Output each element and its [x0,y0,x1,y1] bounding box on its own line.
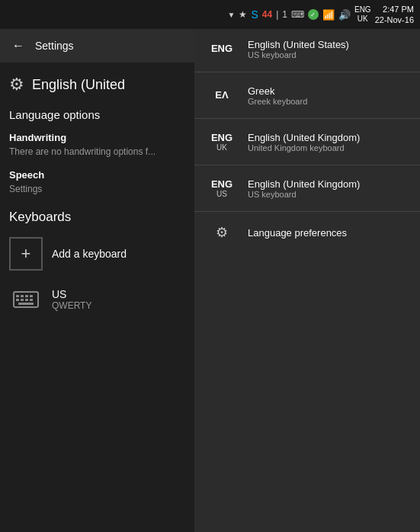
number-one: 1 [282,9,287,20]
lang-code-eng-us2: ENG US [205,178,239,199]
page-title: English (United [32,77,125,93]
dropdown-name-eng-us2: English (United Kingdom) [248,178,360,190]
lang-code-main-greek: ΕΛ [215,89,228,101]
star-icon: ★ [239,9,247,20]
add-keyboard-label: Add a keyboard [52,248,127,260]
add-keyboard-box: + [9,237,43,271]
keyboard-icon: ⌨ [291,9,304,20]
language-options-title: Language options [0,101,198,126]
clock: 2:47 PM 22-Nov-16 [375,4,414,26]
dropdown-text-greek: Greek Greek keyboard [248,85,307,106]
settings-panel: ← Settings ⚙ English (United Language op… [0,29,198,532]
taskbar-icons: ▼ ★ S 44 | 1 ⌨ ✓ 📶 🔊 ENG UK 2:47 PM 22-N… [228,4,414,26]
lang-pref-gear-icon: ⚙ [205,224,239,241]
keyboard-name: US [52,288,91,300]
handwriting-label: Handwriting [0,126,198,145]
wifi-icon: 📶 [322,9,335,21]
chevron-icon[interactable]: ▼ [228,11,236,19]
time: 2:47 PM [383,4,414,14]
dropdown-text-eng-uk: English (United Kingdom) United Kingdom … [248,132,360,152]
keyboard-text: US QWERTY [52,288,91,311]
svg-rect-7 [25,299,28,301]
keyboards-section: Keyboards + Add a keyboard [0,200,198,322]
lang-code-main-eng-us2: ENG [211,178,232,191]
lang-pref-label: Language preferences [248,227,347,239]
date: 22-Nov-16 [375,14,414,25]
add-keyboard-row[interactable]: + Add a keyboard [0,231,198,277]
dropdown-item-eng-us[interactable]: ENG English (United States) US keyboard [194,29,420,69]
svg-rect-6 [21,299,24,301]
language-options-section: Language options Handwriting There are n… [0,101,198,200]
lang-pref-row[interactable]: ⚙ Language preferences [194,215,420,250]
keyboard-item: US QWERTY [0,277,198,322]
keyboard-type: QWERTY [52,300,91,311]
dropdown-desc-eng-us: US keyboard [248,50,349,59]
svg-rect-4 [30,295,33,297]
separator: | [276,9,278,20]
dropdown-text-eng-us: English (United States) US keyboard [248,39,349,59]
dropdown-desc-eng-uk: United Kingdom keyboard [248,143,360,152]
svg-rect-2 [21,295,24,297]
svg-rect-1 [16,295,19,297]
dropdown-item-eng-us2[interactable]: ENG US English (United Kingdom) US keybo… [194,168,420,208]
keyboards-title: Keyboards [0,200,198,231]
volume-icon: 🔊 [338,9,351,21]
lang-code-sub-us2: US [216,190,227,198]
language-indicator[interactable]: ENG UK [354,5,371,24]
language-dropdown: ENG English (United States) US keyboard … [194,29,420,532]
dropdown-name-greek: Greek [248,85,307,97]
svg-rect-3 [25,295,28,297]
lang-code-eng: ENG [205,43,239,55]
speech-settings-link[interactable]: Settings [0,182,198,200]
dropdown-item-eng-uk[interactable]: ENG UK English (United Kingdom) United K… [194,122,420,162]
lang-code-main-eng-uk: ENG [211,132,232,144]
svg-rect-9 [18,303,34,305]
notification-count: 44 [262,9,272,20]
svg-rect-5 [16,299,19,301]
dropdown-desc-greek: Greek keyboard [248,97,307,106]
dropdown-desc-eng-us2: US keyboard [248,190,360,199]
divider-2 [194,118,420,119]
dropdown-name-eng-uk: English (United Kingdom) [248,132,360,143]
dropdown-item-greek[interactable]: ΕΛ Greek Greek keyboard [194,75,420,115]
divider-4 [194,211,420,212]
speech-label: Speech [0,163,198,182]
header-bar: ← Settings [0,29,198,62]
handwriting-text: There are no handwriting options f... [0,145,198,163]
dropdown-name-eng-us: English (United States) [248,39,349,50]
skype-icon: S [251,8,258,21]
lang-code-eng-uk: ENG UK [205,132,239,152]
divider-3 [194,165,420,165]
back-button[interactable]: ← [9,36,27,56]
lang-code-sub-uk: UK [216,143,227,152]
taskbar: ▼ ★ S 44 | 1 ⌨ ✓ 📶 🔊 ENG UK 2:47 PM 22-N… [0,0,420,29]
divider-1 [194,72,420,72]
green-check: ✓ [308,9,319,20]
keyboard-svg-icon [12,286,40,313]
svg-rect-8 [30,299,33,301]
page-header: ⚙ English (United [0,62,198,101]
page-gear-icon: ⚙ [9,75,24,95]
dropdown-text-eng-us2: English (United Kingdom) US keyboard [248,178,360,199]
lang-main: ENG [354,5,371,14]
lang-code-main: ENG [211,43,232,55]
add-icon: + [21,244,31,264]
keyboard-icon [9,283,43,316]
lang-code-greek: ΕΛ [205,89,239,101]
settings-title: Settings [35,40,74,52]
lang-sub: UK [357,14,368,24]
